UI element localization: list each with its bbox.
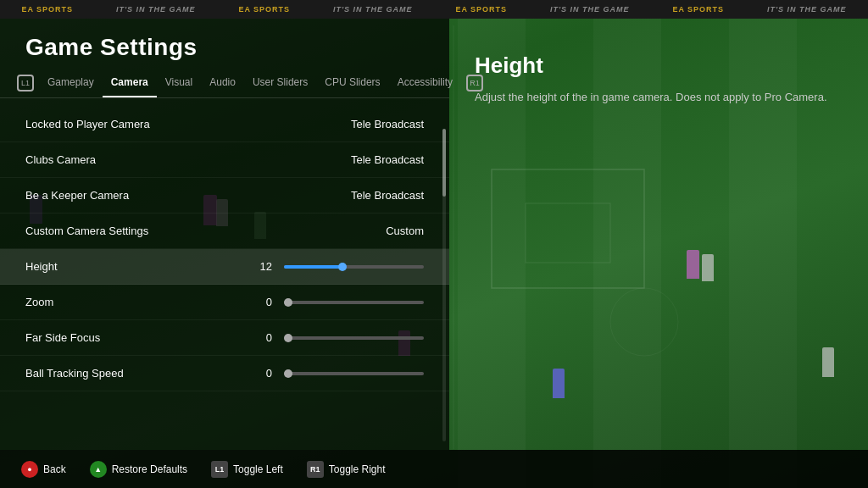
scroll-thumb (442, 129, 446, 197)
tab-visual[interactable]: Visual (157, 68, 201, 97)
action-back[interactable]: ● Back (21, 461, 66, 478)
tabs-bar: L1 Gameplay Camera Visual Audio User Sli… (0, 68, 449, 98)
action-toggle-right[interactable]: R1 Toggle Right (307, 461, 386, 478)
info-description: Adjust the height of the in game camera.… (475, 89, 843, 106)
info-title: Height (475, 53, 843, 79)
toggle-left-label: Toggle Left (233, 463, 283, 475)
settings-list: Locked to Player Camera Tele Broadcast C… (0, 98, 449, 400)
banner-ea-sports-3: EA SPORTS (455, 5, 507, 14)
tab-user-sliders[interactable]: User Sliders (244, 68, 316, 97)
tab-audio[interactable]: Audio (201, 68, 244, 97)
height-slider-fill (284, 265, 342, 269)
l1-badge[interactable]: L1 (17, 75, 34, 92)
ball-tracking-slider-thumb (284, 369, 292, 378)
action-restore-defaults[interactable]: ▲ Restore Defaults (90, 461, 187, 478)
setting-type-locked-player: Tele Broadcast (351, 118, 424, 130)
toggle-right-button-icon: R1 (307, 461, 324, 478)
restore-defaults-label: Restore Defaults (112, 463, 187, 475)
main-panel: Game Settings L1 Gameplay Camera Visual … (0, 19, 449, 450)
setting-type-keeper: Tele Broadcast (351, 189, 424, 202)
title-area: Game Settings (0, 19, 449, 68)
setting-name-far-side: Far Side Focus (25, 331, 247, 344)
far-side-slider[interactable] (284, 336, 424, 340)
banner-its-in-1: IT'S IN THE GAME (116, 5, 196, 14)
banner-its-in-4: IT'S IN THE GAME (767, 5, 847, 14)
banner-ea-sports-2: EA SPORTS (238, 5, 290, 14)
height-slider[interactable] (284, 265, 424, 269)
banner-ea-sports-4: EA SPORTS (672, 5, 724, 14)
setting-clubs-camera[interactable]: Clubs Camera Tele Broadcast (0, 142, 449, 178)
height-slider-thumb (338, 263, 347, 271)
setting-name-height: Height (25, 260, 247, 273)
tab-cpu-sliders[interactable]: CPU Sliders (316, 68, 388, 97)
setting-locked-player-camera[interactable]: Locked to Player Camera Tele Broadcast (0, 107, 449, 142)
setting-value-ball-tracking: 0 (247, 367, 272, 380)
banner-ea-sports-1: EA SPORTS (21, 5, 73, 14)
zoom-slider-thumb (284, 298, 292, 307)
setting-height[interactable]: Height 12 (0, 249, 449, 285)
setting-name-zoom: Zoom (25, 296, 247, 308)
setting-keeper-camera[interactable]: Be a Keeper Camera Tele Broadcast (0, 178, 449, 214)
tab-camera[interactable]: Camera (103, 68, 157, 97)
setting-zoom[interactable]: Zoom 0 (0, 285, 449, 320)
setting-value-height: 12 (247, 260, 272, 273)
banner-its-in-3: IT'S IN THE GAME (550, 5, 630, 14)
bottom-bar: ● Back ▲ Restore Defaults L1 Toggle Left… (0, 450, 868, 488)
tab-gameplay[interactable]: Gameplay (39, 68, 103, 97)
setting-far-side-focus[interactable]: Far Side Focus 0 (0, 320, 449, 356)
setting-name-clubs: Clubs Camera (25, 153, 351, 166)
toggle-left-button-icon: L1 (211, 461, 228, 478)
setting-value-far-side: 0 (247, 331, 272, 344)
back-button-icon: ● (21, 461, 38, 478)
restore-defaults-button-icon: ▲ (90, 461, 107, 478)
ball-tracking-slider[interactable] (284, 372, 424, 375)
setting-custom-camera[interactable]: Custom Camera Settings Custom (0, 214, 449, 249)
setting-name-keeper: Be a Keeper Camera (25, 189, 351, 202)
info-panel: Height Adjust the height of the in game … (449, 19, 868, 450)
setting-type-clubs: Tele Broadcast (351, 153, 424, 166)
scroll-track[interactable] (442, 129, 446, 441)
setting-ball-tracking[interactable]: Ball Tracking Speed 0 (0, 356, 449, 391)
back-label: Back (43, 463, 66, 475)
zoom-slider[interactable] (284, 301, 424, 304)
top-banner: EA SPORTS IT'S IN THE GAME EA SPORTS IT'… (0, 0, 868, 19)
far-side-slider-thumb (284, 334, 292, 342)
toggle-right-label: Toggle Right (329, 463, 386, 475)
action-toggle-left[interactable]: L1 Toggle Left (211, 461, 283, 478)
setting-name-locked-player: Locked to Player Camera (25, 118, 351, 130)
setting-value-zoom: 0 (247, 296, 272, 308)
setting-name-custom: Custom Camera Settings (25, 225, 386, 237)
setting-name-ball-tracking: Ball Tracking Speed (25, 367, 247, 380)
banner-its-in-2: IT'S IN THE GAME (333, 5, 413, 14)
setting-type-custom: Custom (386, 225, 424, 237)
page-title: Game Settings (25, 34, 424, 61)
